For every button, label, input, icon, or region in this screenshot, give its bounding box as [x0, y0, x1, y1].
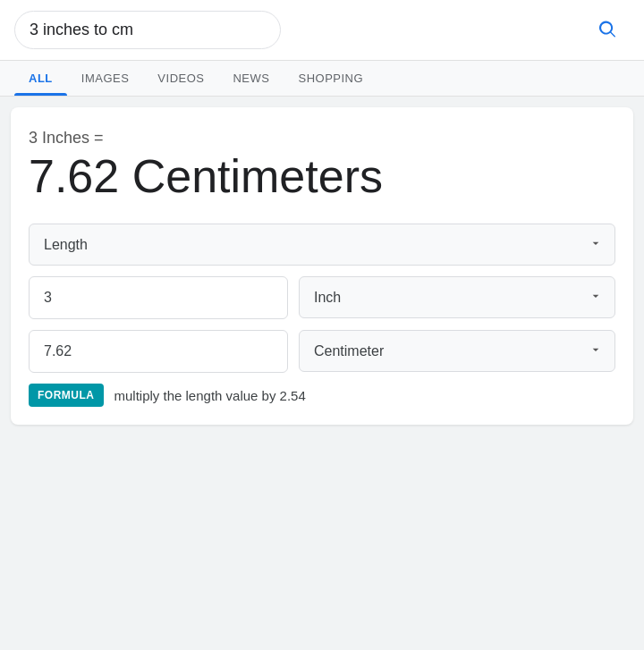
from-unit-select[interactable]: Inch [299, 276, 615, 318]
tab-news[interactable]: NEWS [218, 61, 284, 96]
tab-all[interactable]: ALL [14, 61, 67, 96]
search-button[interactable] [597, 19, 617, 41]
tab-shopping[interactable]: SHOPPING [284, 61, 377, 96]
to-unit-select[interactable]: Centimeter [299, 330, 615, 372]
to-row: Centimeter [29, 330, 615, 373]
to-unit-dropdown-wrapper: Centimeter [299, 330, 615, 373]
tabs-container: ALL IMAGES VIDEOS NEWS SHOPPING [0, 61, 644, 97]
formula-badge: FORMULA [29, 384, 104, 407]
from-unit-dropdown-wrapper: Inch [299, 276, 615, 319]
tab-videos[interactable]: VIDEOS [143, 61, 218, 96]
to-value-input[interactable] [29, 330, 288, 373]
search-icon [597, 19, 617, 38]
search-bar-container [0, 0, 644, 61]
search-bar-wrapper [14, 11, 630, 49]
formula-text: multiply the length value by 2.54 [114, 388, 306, 403]
from-row: Inch [29, 276, 615, 319]
tab-images[interactable]: IMAGES [67, 61, 144, 96]
converter-card: 3 Inches = 7.62 Centimeters Length Inch … [11, 107, 633, 425]
category-dropdown-wrapper: Length [29, 224, 615, 266]
from-value-input[interactable] [29, 276, 288, 319]
category-select[interactable]: Length [29, 224, 615, 266]
search-input[interactable] [14, 11, 281, 49]
result-value: 7.62 Centimeters [29, 151, 615, 202]
formula-row: FORMULA multiply the length value by 2.5… [29, 384, 615, 407]
result-label: 3 Inches = [29, 129, 615, 148]
